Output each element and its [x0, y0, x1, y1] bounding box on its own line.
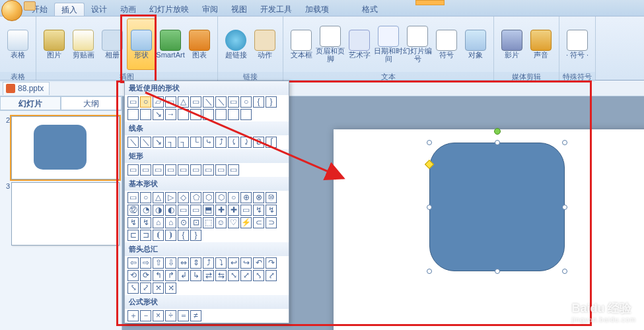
shape-glyph-icon[interactable]: } — [190, 230, 201, 241]
shape-glyph-icon[interactable]: ♡ — [228, 217, 239, 228]
shape-glyph-icon[interactable]: ⟳ — [140, 270, 151, 281]
shapes-button[interactable]: 形状 — [127, 18, 156, 70]
shape-glyph-icon[interactable]: ◑ — [153, 205, 164, 216]
wordart-button[interactable]: 艺术字 — [345, 18, 374, 70]
shape-glyph-icon[interactable]: ＼ — [127, 137, 139, 148]
shape-glyph-icon[interactable]: ▭ — [190, 96, 201, 108]
ribbon-tab-加载项[interactable]: 加载项 — [299, 3, 336, 16]
ribbon-tab-context-format[interactable]: 格式 — [355, 3, 384, 16]
shape-glyph-icon[interactable]: ○ — [228, 192, 239, 203]
shape-glyph-icon[interactable]: ⤨ — [165, 282, 176, 294]
datetime-button[interactable]: 日期和时间 — [374, 18, 403, 70]
shape-glyph-icon[interactable]: ▭ — [203, 164, 214, 176]
chart-button[interactable]: 图表 — [185, 18, 214, 70]
symbol-button[interactable]: 符号 — [432, 18, 461, 70]
shape-glyph-icon[interactable]: ↰ — [153, 270, 164, 281]
shape-glyph-icon[interactable]: ⇆ — [215, 270, 227, 281]
shape-glyph-icon[interactable]: ⤧ — [153, 282, 164, 294]
shape-glyph-icon[interactable]: ⑩ — [266, 192, 277, 203]
shape-glyph-icon[interactable]: ⬒ — [203, 205, 214, 216]
shape-glyph-icon[interactable]: ＝ — [178, 310, 189, 321]
shape-glyph-icon[interactable]: ○ — [140, 96, 151, 108]
ribbon-tab-动画[interactable]: 动画 — [114, 3, 143, 16]
shape-glyph-icon[interactable]: ⬠ — [190, 192, 201, 203]
clipart-button[interactable]: 剪贴画 — [69, 18, 98, 70]
shape-glyph-icon[interactable]: ▭ — [215, 164, 227, 176]
shape-glyph-icon[interactable]: ▭ — [127, 96, 139, 108]
shape-glyph-icon[interactable]: ▭ — [165, 164, 176, 176]
picture-button[interactable]: 图片 — [40, 18, 69, 70]
sound-button[interactable]: 声音 — [526, 18, 555, 70]
ribbon-tab-插入[interactable]: 插入 — [54, 3, 85, 16]
rotate-handle-icon[interactable] — [494, 128, 501, 135]
shape-glyph-icon[interactable]: ↩ — [228, 257, 239, 269]
shape-glyph-icon[interactable]: ▭ — [178, 164, 189, 176]
shape-glyph-icon[interactable]: ⌂ — [153, 217, 164, 228]
slide-thumbnail[interactable]: 2 — [2, 116, 120, 180]
shape-glyph-icon[interactable]: ↳ — [190, 270, 201, 281]
shape-glyph-icon[interactable]: ⬡ — [215, 192, 227, 203]
slidenumber-button[interactable]: 幻灯片编号 — [403, 18, 432, 70]
shape-glyph-icon[interactable]: ▭ — [127, 164, 139, 176]
shape-glyph-icon[interactable] — [190, 109, 201, 120]
smartart-button[interactable]: SmartArt — [156, 18, 185, 70]
shape-glyph-icon[interactable]: △ — [153, 192, 164, 203]
resize-handle-b[interactable] — [495, 269, 500, 274]
shape-glyph-icon[interactable]: ○ — [140, 192, 151, 203]
shape-glyph-icon[interactable]: ≠ — [190, 310, 201, 321]
shape-glyph-icon[interactable]: ↯ — [266, 205, 277, 216]
shape-glyph-icon[interactable]: ＼ — [203, 96, 214, 108]
shape-glyph-icon[interactable]: ⟲ — [127, 270, 139, 281]
shape-glyph-icon[interactable]: ▭ — [178, 205, 189, 216]
shape-glyph-icon[interactable]: ⤷ — [203, 137, 214, 148]
rounded-rect-shape-selected[interactable] — [429, 143, 565, 271]
shape-glyph-icon[interactable]: ↘ — [153, 137, 164, 148]
shape-glyph-icon[interactable]: ┐ — [165, 137, 176, 148]
shape-glyph-icon[interactable]: } — [266, 96, 277, 108]
movie-button[interactable]: 影片 — [497, 18, 526, 70]
shape-glyph-icon[interactable]: ○ — [240, 96, 252, 108]
shape-glyph-icon[interactable]: ↘ — [153, 109, 164, 120]
shape-glyph-icon[interactable]: ⇩ — [165, 257, 176, 269]
resize-handle-t[interactable] — [495, 140, 500, 145]
shape-glyph-icon[interactable]: ⊃ — [266, 217, 277, 228]
ribbon-tab-设计[interactable]: 设计 — [85, 3, 114, 16]
table-button[interactable]: 表格 — [3, 18, 32, 70]
shape-glyph-icon[interactable]: → — [165, 109, 176, 120]
shape-glyph-icon[interactable]: ◔ — [140, 205, 151, 216]
shape-glyph-icon[interactable]: ⑫ — [127, 205, 139, 216]
tab-outline[interactable]: 大纲 — [61, 96, 122, 110]
document-tab[interactable]: 88.pptx — [3, 82, 50, 95]
shape-glyph-icon[interactable]: ↶ — [253, 257, 264, 269]
shape-glyph-icon[interactable]: ⤣ — [253, 270, 264, 281]
shape-glyph-icon[interactable]: ✚ — [215, 205, 227, 216]
shape-glyph-icon[interactable]: ⇔ — [178, 257, 189, 269]
shape-glyph-icon[interactable]: ◐ — [165, 205, 176, 216]
shape-glyph-icon[interactable]: ⊕ — [240, 192, 252, 203]
shape-glyph-icon[interactable]: － — [140, 310, 151, 321]
shape-glyph-icon[interactable]: ⦗ — [153, 230, 164, 241]
shape-glyph-icon[interactable] — [228, 109, 239, 120]
shape-glyph-icon[interactable]: ▭ — [127, 192, 139, 203]
slide-thumbnail[interactable]: 3 — [2, 182, 120, 246]
shape-glyph-icon[interactable]: ⬚ — [203, 217, 214, 228]
shape-glyph-icon[interactable] — [240, 109, 252, 120]
shape-glyph-icon[interactable]: ⚡ — [240, 217, 252, 228]
ribbon-tab-审阅[interactable]: 审阅 — [196, 3, 225, 16]
shape-glyph-icon[interactable] — [203, 109, 214, 120]
textbox-button[interactable]: 文本框 — [287, 18, 316, 70]
shape-glyph-icon[interactable]: ⇕ — [190, 257, 201, 269]
shape-glyph-icon[interactable]: Ƨ — [253, 137, 264, 148]
action-button[interactable]: 动作 — [250, 18, 279, 70]
resize-handle-bl[interactable] — [427, 269, 432, 274]
shape-glyph-icon[interactable]: ⤴ — [215, 137, 227, 148]
shape-glyph-icon[interactable]: ＼ — [215, 96, 227, 108]
hyperlink-button[interactable]: 超链接 — [221, 18, 250, 70]
shape-glyph-icon[interactable]: ⇨ — [140, 257, 151, 269]
shape-glyph-icon[interactable]: ↯ — [127, 217, 139, 228]
shape-glyph-icon[interactable]: └ — [190, 137, 201, 148]
shape-glyph-icon[interactable]: ⇄ — [203, 270, 214, 281]
quick-access-toolbar[interactable] — [24, 1, 36, 11]
shape-glyph-icon[interactable] — [215, 109, 227, 120]
shape-glyph-icon[interactable]: ⊐ — [140, 230, 151, 241]
